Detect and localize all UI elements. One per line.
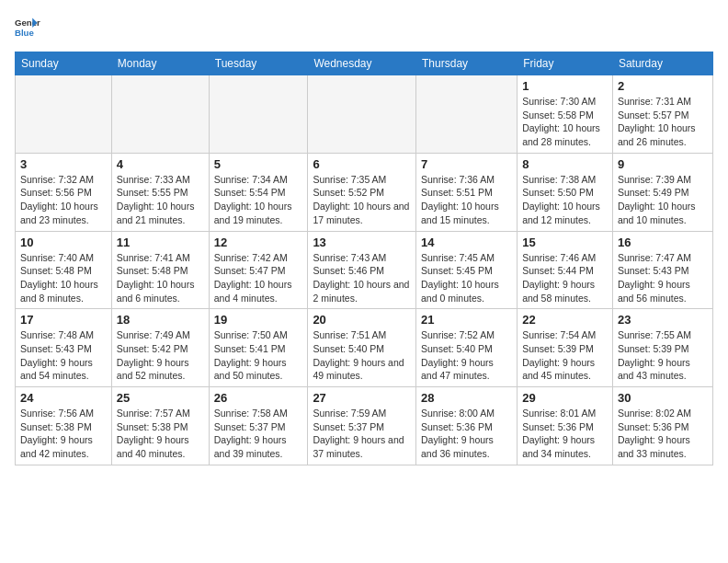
calendar-cell: 4 Sunrise: 7:33 AMSunset: 5:55 PMDayligh… <box>111 153 209 231</box>
page-header: General Blue <box>15 15 713 40</box>
day-number: 18 <box>117 313 204 327</box>
day-info: Sunrise: 7:52 AMSunset: 5:40 PMDaylight:… <box>421 328 512 383</box>
day-info: Sunrise: 7:38 AMSunset: 5:50 PMDaylight:… <box>522 173 608 227</box>
calendar-cell: 28 Sunrise: 8:00 AMSunset: 5:36 PMDaylig… <box>416 387 518 465</box>
day-info: Sunrise: 7:48 AMSunset: 5:43 PMDaylight:… <box>20 328 107 383</box>
day-info: Sunrise: 7:54 AMSunset: 5:39 PMDaylight:… <box>522 328 608 383</box>
logo: General Blue <box>15 15 40 40</box>
weekday-header-saturday: Saturday <box>612 52 712 75</box>
day-number: 25 <box>117 391 204 405</box>
day-info: Sunrise: 7:41 AMSunset: 5:48 PMDaylight:… <box>117 251 204 305</box>
calendar-cell: 1 Sunrise: 7:30 AMSunset: 5:58 PMDayligh… <box>518 75 613 154</box>
calendar-cell: 6 Sunrise: 7:35 AMSunset: 5:52 PMDayligh… <box>308 153 416 231</box>
day-number: 10 <box>20 236 107 249</box>
calendar-cell: 5 Sunrise: 7:34 AMSunset: 5:54 PMDayligh… <box>209 153 308 231</box>
calendar-cell: 9 Sunrise: 7:39 AMSunset: 5:49 PMDayligh… <box>612 153 712 231</box>
logo-icon: General Blue <box>15 15 40 40</box>
day-info: Sunrise: 7:42 AMSunset: 5:47 PMDaylight:… <box>214 251 303 305</box>
day-info: Sunrise: 7:36 AMSunset: 5:51 PMDaylight:… <box>421 173 512 227</box>
calendar-cell: 21 Sunrise: 7:52 AMSunset: 5:40 PMDaylig… <box>416 309 518 387</box>
week-row-1: 1 Sunrise: 7:30 AMSunset: 5:58 PMDayligh… <box>16 75 713 154</box>
weekday-header-sunday: Sunday <box>16 52 112 75</box>
day-number: 16 <box>618 236 708 249</box>
day-number: 3 <box>20 157 107 171</box>
day-info: Sunrise: 7:58 AMSunset: 5:37 PMDaylight:… <box>214 407 303 461</box>
day-info: Sunrise: 7:46 AMSunset: 5:44 PMDaylight:… <box>522 251 608 305</box>
day-number: 14 <box>421 236 512 249</box>
calendar-cell: 18 Sunrise: 7:49 AMSunset: 5:42 PMDaylig… <box>111 309 209 387</box>
calendar-cell: 14 Sunrise: 7:45 AMSunset: 5:45 PMDaylig… <box>416 231 518 309</box>
calendar-cell: 25 Sunrise: 7:57 AMSunset: 5:38 PMDaylig… <box>111 387 209 465</box>
weekday-header-row: SundayMondayTuesdayWednesdayThursdayFrid… <box>16 52 713 75</box>
calendar-cell: 22 Sunrise: 7:54 AMSunset: 5:39 PMDaylig… <box>518 309 613 387</box>
day-number: 6 <box>313 157 411 171</box>
day-info: Sunrise: 7:32 AMSunset: 5:56 PMDaylight:… <box>20 173 107 227</box>
calendar-cell: 3 Sunrise: 7:32 AMSunset: 5:56 PMDayligh… <box>16 153 112 231</box>
calendar-cell: 13 Sunrise: 7:43 AMSunset: 5:46 PMDaylig… <box>308 231 416 309</box>
day-info: Sunrise: 7:59 AMSunset: 5:37 PMDaylight:… <box>313 407 411 461</box>
day-info: Sunrise: 8:00 AMSunset: 5:36 PMDaylight:… <box>421 407 512 461</box>
calendar-cell: 17 Sunrise: 7:48 AMSunset: 5:43 PMDaylig… <box>16 309 112 387</box>
weekday-header-friday: Friday <box>518 52 613 75</box>
calendar-cell: 30 Sunrise: 8:02 AMSunset: 5:36 PMDaylig… <box>612 387 712 465</box>
day-info: Sunrise: 7:31 AMSunset: 5:57 PMDaylight:… <box>618 95 708 149</box>
weekday-header-thursday: Thursday <box>416 52 518 75</box>
day-number: 28 <box>421 391 512 405</box>
day-info: Sunrise: 8:01 AMSunset: 5:36 PMDaylight:… <box>522 407 608 461</box>
calendar-cell: 26 Sunrise: 7:58 AMSunset: 5:37 PMDaylig… <box>209 387 308 465</box>
day-info: Sunrise: 7:35 AMSunset: 5:52 PMDaylight:… <box>313 173 411 227</box>
day-info: Sunrise: 7:57 AMSunset: 5:38 PMDaylight:… <box>117 407 204 461</box>
week-row-4: 17 Sunrise: 7:48 AMSunset: 5:43 PMDaylig… <box>16 309 713 387</box>
day-number: 11 <box>117 236 204 249</box>
day-info: Sunrise: 7:49 AMSunset: 5:42 PMDaylight:… <box>117 328 204 383</box>
day-info: Sunrise: 7:45 AMSunset: 5:45 PMDaylight:… <box>421 251 512 305</box>
calendar-table: SundayMondayTuesdayWednesdayThursdayFrid… <box>15 52 713 465</box>
weekday-header-monday: Monday <box>111 52 209 75</box>
day-info: Sunrise: 7:34 AMSunset: 5:54 PMDaylight:… <box>214 173 303 227</box>
calendar-cell: 20 Sunrise: 7:51 AMSunset: 5:40 PMDaylig… <box>308 309 416 387</box>
week-row-3: 10 Sunrise: 7:40 AMSunset: 5:48 PMDaylig… <box>16 231 713 309</box>
day-number: 4 <box>117 157 204 171</box>
day-number: 1 <box>522 79 608 93</box>
day-number: 15 <box>522 236 608 249</box>
day-number: 13 <box>313 236 411 249</box>
day-number: 7 <box>421 157 512 171</box>
day-number: 8 <box>522 157 608 171</box>
calendar-cell: 24 Sunrise: 7:56 AMSunset: 5:38 PMDaylig… <box>16 387 112 465</box>
day-number: 12 <box>214 236 303 249</box>
calendar-cell: 7 Sunrise: 7:36 AMSunset: 5:51 PMDayligh… <box>416 153 518 231</box>
calendar-cell <box>111 75 209 154</box>
calendar-cell <box>16 75 112 154</box>
day-number: 2 <box>618 79 708 93</box>
calendar-cell: 27 Sunrise: 7:59 AMSunset: 5:37 PMDaylig… <box>308 387 416 465</box>
day-number: 17 <box>20 313 107 327</box>
day-info: Sunrise: 8:02 AMSunset: 5:36 PMDaylight:… <box>618 407 708 461</box>
day-number: 5 <box>214 157 303 171</box>
day-number: 26 <box>214 391 303 405</box>
day-info: Sunrise: 7:50 AMSunset: 5:41 PMDaylight:… <box>214 328 303 383</box>
day-info: Sunrise: 7:51 AMSunset: 5:40 PMDaylight:… <box>313 328 411 383</box>
day-info: Sunrise: 7:47 AMSunset: 5:43 PMDaylight:… <box>618 251 708 305</box>
calendar-cell: 15 Sunrise: 7:46 AMSunset: 5:44 PMDaylig… <box>518 231 613 309</box>
calendar-cell: 12 Sunrise: 7:42 AMSunset: 5:47 PMDaylig… <box>209 231 308 309</box>
calendar-cell: 8 Sunrise: 7:38 AMSunset: 5:50 PMDayligh… <box>518 153 613 231</box>
week-row-5: 24 Sunrise: 7:56 AMSunset: 5:38 PMDaylig… <box>16 387 713 465</box>
day-number: 27 <box>313 391 411 405</box>
day-number: 29 <box>522 391 608 405</box>
day-info: Sunrise: 7:40 AMSunset: 5:48 PMDaylight:… <box>20 251 107 305</box>
day-number: 22 <box>522 313 608 327</box>
calendar-cell: 11 Sunrise: 7:41 AMSunset: 5:48 PMDaylig… <box>111 231 209 309</box>
calendar-cell: 23 Sunrise: 7:55 AMSunset: 5:39 PMDaylig… <box>612 309 712 387</box>
day-info: Sunrise: 7:43 AMSunset: 5:46 PMDaylight:… <box>313 251 411 305</box>
weekday-header-wednesday: Wednesday <box>308 52 416 75</box>
day-number: 21 <box>421 313 512 327</box>
day-info: Sunrise: 7:33 AMSunset: 5:55 PMDaylight:… <box>117 173 204 227</box>
calendar-cell <box>308 75 416 154</box>
calendar-cell: 19 Sunrise: 7:50 AMSunset: 5:41 PMDaylig… <box>209 309 308 387</box>
day-number: 19 <box>214 313 303 327</box>
week-row-2: 3 Sunrise: 7:32 AMSunset: 5:56 PMDayligh… <box>16 153 713 231</box>
day-number: 30 <box>618 391 708 405</box>
day-number: 24 <box>20 391 107 405</box>
calendar-cell <box>416 75 518 154</box>
day-number: 20 <box>313 313 411 327</box>
